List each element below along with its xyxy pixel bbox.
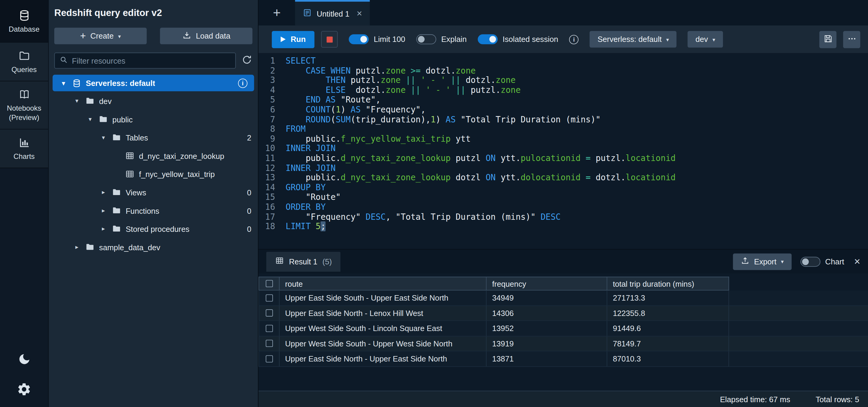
create-button[interactable]: + Create ▾ [54,28,147,44]
isolated-session-toggle-group[interactable]: Isolated session [478,34,558,44]
caret-right-icon[interactable]: ▸ [102,225,112,232]
row-checkbox[interactable] [258,336,280,351]
tree-item-tables[interactable]: ▾Tables2 [49,128,258,147]
workgroup-dropdown-label: Serverless: default [597,35,662,44]
code-line[interactable]: public.f_nyc_yellow_taxi_trip ytt [286,134,676,144]
refresh-button[interactable] [241,54,252,67]
editor-tabbar: + Untitled 1 × [258,0,868,25]
tree-item-serverless-default[interactable]: ▾Serverless: defaulti [53,75,254,91]
tree-item-functions[interactable]: ▸Functions0 [49,201,258,220]
tree-item-views[interactable]: ▸Views0 [49,183,258,202]
caret-down-icon[interactable]: ▾ [75,97,85,105]
checkbox-icon [266,340,273,347]
info-icon[interactable]: i [569,35,579,44]
row-checkbox[interactable] [258,351,280,367]
isolated-session-toggle[interactable] [478,34,498,44]
code-line[interactable]: public.d_nyc_taxi_zone_lookup putzl ON y… [286,154,676,163]
code-line[interactable]: ROUND(SUM(trip_duration),1) AS "Total Tr… [286,115,676,125]
table-row[interactable]: Upper East Side North - Lenox Hill West1… [258,306,868,321]
toggle-knob [489,36,496,42]
code-line[interactable]: END AS "Route", [286,95,676,105]
filter-resources-field[interactable] [72,56,231,65]
dark-mode-button[interactable] [18,352,31,368]
column-header-route[interactable]: route [280,277,487,291]
table-row[interactable]: Upper East Side South - Upper East Side … [258,291,868,306]
rail-item-notebooks[interactable]: Notebooks (Preview) [0,82,48,130]
run-button[interactable]: Run [272,31,315,48]
chart-toggle[interactable] [801,256,820,267]
code-line[interactable]: GROUP BY [286,183,676,193]
column-header-frequency[interactable]: frequency [487,277,607,291]
code-line[interactable]: LIMIT 5; [286,222,676,231]
caret-down-icon[interactable]: ▾ [102,134,112,141]
info-icon[interactable]: i [238,79,247,88]
rail-item-database[interactable]: Database [0,0,48,42]
close-results-icon[interactable]: × [854,255,860,268]
tree-item-stored-procedures[interactable]: ▸Stored procedures0 [49,220,258,238]
chart-toggle-group[interactable]: Chart [801,256,844,267]
caret-right-icon[interactable]: ▸ [102,207,112,214]
caret-down-icon[interactable]: ▾ [62,79,72,87]
limit-toggle[interactable] [349,34,369,44]
tree-item-d-nyc-taxi-zone-lookup[interactable]: d_nyc_taxi_zone_lookup [49,147,258,165]
load-data-button[interactable]: Load data [160,28,252,44]
rail-item-label: Queries [11,65,37,74]
table-row[interactable]: Upper West Side South - Lincoln Square E… [258,321,868,336]
database-dropdown[interactable]: dev ▾ [688,31,723,48]
results-table: route frequency total trip duration (min… [258,277,868,367]
sql-editor[interactable]: 123456789101112131415161718 SELECT CASE … [258,53,868,249]
workgroup-dropdown[interactable]: Serverless: default ▾ [590,31,677,48]
sql-editor-icon [303,8,312,19]
filter-resources-input[interactable] [54,53,236,68]
code-lines[interactable]: SELECT CASE WHEN putzl.zone >= dotzl.zon… [281,53,676,249]
code-line[interactable]: "Route" [286,193,676,202]
close-tab-icon[interactable]: × [356,8,362,19]
code-line[interactable]: COUNT(1) AS "Frequency", [286,105,676,115]
rail-item-queries[interactable]: Queries [0,42,48,81]
more-options-button[interactable] [843,31,860,48]
caret-right-icon[interactable]: ▸ [102,189,112,196]
code-line[interactable]: INNER JOIN [286,144,676,154]
server-icon [72,79,82,88]
export-label: Export [754,257,776,266]
tab-untitled-1[interactable]: Untitled 1 × [295,0,370,25]
row-checkbox[interactable] [258,291,280,306]
table-row[interactable]: Upper East Side North - Upper East Side … [258,351,868,367]
results-header-row: route frequency total trip duration (min… [258,277,868,291]
explain-toggle[interactable] [416,34,436,44]
caret-down-icon[interactable]: ▾ [89,116,99,123]
code-line[interactable]: "Frequency" DESC, "Total Trip Duration (… [286,212,676,222]
tab-result-1[interactable]: Result 1 (5) [266,251,341,271]
save-button[interactable] [819,31,837,48]
tree-item-label: Tables [126,133,148,142]
code-line[interactable]: THEN putzl.zone || ' - ' || dotzl.zone [286,76,676,86]
settings-button[interactable] [17,382,32,398]
rail-item-charts[interactable]: Charts [0,130,48,168]
checkbox-icon [266,280,273,287]
tree-item-f-nyc-yellow-taxi-trip[interactable]: f_nyc_yellow_taxi_trip [49,165,258,183]
tree-item-public[interactable]: ▾public [49,110,258,128]
code-line[interactable]: SELECT [286,56,676,66]
stop-button[interactable] [321,31,338,48]
code-line[interactable]: ELSE dotzl.zone || ' - ' || putzl.zone [286,86,676,95]
table-row[interactable]: Upper West Side South - Upper West Side … [258,336,868,351]
limit-toggle-group[interactable]: Limit 100 [349,34,405,44]
tree-item-label: d_nyc_taxi_zone_lookup [139,151,224,160]
row-checkbox[interactable] [258,321,280,336]
code-line[interactable]: public.d_nyc_taxi_zone_lookup dotzl ON y… [286,174,676,183]
tree-item-count: 2 [247,133,251,142]
new-tab-button[interactable]: + [273,5,281,21]
explain-toggle-group[interactable]: Explain [416,34,467,44]
export-button[interactable]: Export ▾ [733,253,792,270]
caret-right-icon[interactable]: ▸ [75,244,85,251]
folder-icon [112,224,121,233]
tree-item-sample-data-dev[interactable]: ▸sample_data_dev [49,238,258,256]
code-line[interactable]: ORDER BY [286,202,676,212]
row-checkbox[interactable] [258,306,280,321]
column-header-duration[interactable]: total trip duration (mins) [608,277,729,291]
code-line[interactable]: INNER JOIN [286,163,676,173]
tree-item-dev[interactable]: ▾dev [49,92,258,111]
code-line[interactable]: FROM [286,125,676,134]
select-all-checkbox[interactable] [258,277,280,291]
code-line[interactable]: CASE WHEN putzl.zone >= dotzl.zone [286,66,676,76]
